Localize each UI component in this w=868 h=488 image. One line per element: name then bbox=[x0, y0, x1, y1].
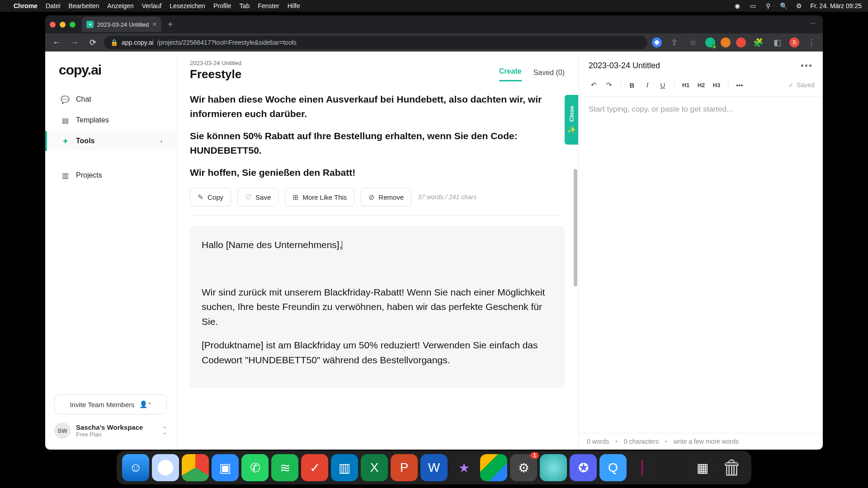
h3-button[interactable]: H3 bbox=[710, 78, 723, 92]
result-paragraph[interactable]: Hallo [Name des Unternehmens], bbox=[202, 238, 553, 253]
italic-button[interactable]: I bbox=[641, 78, 654, 92]
remove-button[interactable]: ⊘Remove bbox=[361, 188, 411, 206]
window-minimize-button[interactable] bbox=[60, 22, 66, 28]
workspace-switcher[interactable]: SW Sascha's Workspace Free Plan ⌃⌄ bbox=[45, 422, 176, 439]
nav-forward-button[interactable]: → bbox=[68, 36, 81, 49]
share-icon[interactable]: ⇪ bbox=[667, 36, 681, 49]
browser-tab-active[interactable]: ✦ 2023-03-24 Untitled × bbox=[82, 17, 161, 32]
sidebar-item-chat[interactable]: 💬 Chat bbox=[45, 89, 176, 109]
sidebar-item-projects[interactable]: ▥ Projects bbox=[45, 165, 176, 185]
menu-verlauf[interactable]: Verlauf bbox=[142, 2, 162, 9]
dock-settings-icon[interactable]: ⚙1 bbox=[510, 454, 537, 481]
separator-dot: • bbox=[665, 438, 667, 445]
menu-datei[interactable]: Datei bbox=[46, 2, 61, 9]
address-bar[interactable]: 🔒 app.copy.ai/projects/22566417?tool=Fre… bbox=[104, 36, 647, 49]
tab-create[interactable]: Create bbox=[499, 67, 522, 81]
window-maximize-button[interactable] bbox=[70, 22, 75, 28]
sidebar-item-templates[interactable]: ▤ Templates bbox=[45, 110, 176, 130]
results-scroll[interactable]: Wir haben diese Woche einen Ausverkauf b… bbox=[176, 81, 578, 450]
dock-word-icon[interactable]: W bbox=[420, 454, 448, 481]
save-button[interactable]: ♡Save bbox=[237, 188, 278, 206]
tab-saved[interactable]: Saved (0) bbox=[533, 69, 565, 81]
dock-safari-icon[interactable]: ✧ bbox=[152, 454, 179, 481]
sidebar-item-label: Chat bbox=[76, 95, 91, 103]
menu-profile[interactable]: Profile bbox=[213, 2, 231, 9]
spotlight-icon[interactable]: 🔍 bbox=[779, 2, 788, 10]
result-paragraph[interactable] bbox=[202, 261, 553, 276]
app-logo[interactable]: copy.ai bbox=[45, 62, 176, 88]
dock-discord-icon[interactable]: ✪ bbox=[570, 454, 597, 481]
dock-voicememos-icon[interactable]: │ bbox=[629, 454, 656, 481]
menu-fenster[interactable]: Fenster bbox=[258, 2, 279, 9]
dock-todoist-icon[interactable]: ✓ bbox=[301, 454, 328, 481]
more-format-button[interactable]: ••• bbox=[733, 78, 746, 92]
extensions-puzzle-icon[interactable]: 🧩 bbox=[751, 36, 765, 49]
chrome-menu-icon[interactable]: ⋮ bbox=[805, 36, 818, 49]
extension-green-icon[interactable] bbox=[705, 38, 715, 47]
result-paragraph[interactable]: Wir haben diese Woche einen Ausverkauf b… bbox=[190, 92, 565, 121]
dock-app-blank-icon[interactable] bbox=[659, 454, 686, 481]
dock-chrome-icon[interactable] bbox=[182, 454, 209, 481]
dock-missioncontrol-icon[interactable]: ▦ bbox=[689, 454, 716, 481]
dock-imovie-icon[interactable]: ★ bbox=[450, 454, 477, 481]
battery-icon[interactable]: ▭ bbox=[749, 2, 757, 10]
dock-app-teal-icon[interactable] bbox=[540, 454, 567, 481]
copy-button[interactable]: ✎Copy bbox=[190, 188, 231, 206]
menu-anzeigen[interactable]: Anzeigen bbox=[107, 2, 133, 9]
menu-bearbeiten[interactable]: Bearbeiten bbox=[69, 2, 99, 9]
result-card-editing[interactable]: Hallo [Name des Unternehmens], Wir sind … bbox=[190, 226, 565, 389]
dock-spotify-icon[interactable]: ≋ bbox=[271, 454, 298, 481]
control-center-icon[interactable]: ⚙ bbox=[795, 2, 803, 10]
google-translate-icon[interactable] bbox=[652, 38, 662, 47]
underline-button[interactable]: U bbox=[656, 78, 670, 92]
dock-trello-icon[interactable]: ▥ bbox=[331, 454, 358, 481]
scrollbar-thumb[interactable] bbox=[574, 169, 577, 286]
dock-quicktime-icon[interactable]: Q bbox=[599, 454, 627, 481]
redo-button[interactable]: ↷ bbox=[602, 78, 616, 92]
menu-lesezeichen[interactable]: Lesezeichen bbox=[170, 2, 205, 9]
chrome-profile-avatar[interactable]: S bbox=[789, 38, 799, 47]
result-paragraph[interactable]: Sie können 50% Rabatt auf Ihre Bestellun… bbox=[190, 129, 565, 157]
extension-orange-icon[interactable] bbox=[721, 38, 731, 47]
dock-googledrive-icon[interactable] bbox=[480, 454, 507, 481]
dock-zoom-icon[interactable]: ▣ bbox=[212, 454, 239, 481]
sidepanel-icon[interactable]: ◧ bbox=[770, 36, 784, 49]
center-header: 2023-03-24 Untitled Freestyle Create Sav… bbox=[176, 52, 578, 81]
menu-tab[interactable]: Tab bbox=[240, 2, 250, 9]
nav-back-button[interactable]: ← bbox=[50, 36, 63, 49]
new-tab-button[interactable]: + bbox=[164, 18, 177, 31]
breadcrumb[interactable]: 2023-03-24 Untitled bbox=[190, 60, 241, 66]
h1-button[interactable]: H1 bbox=[679, 78, 693, 92]
editor-textarea[interactable]: Start typing, copy, or paste to get star… bbox=[579, 97, 823, 433]
dock-whatsapp-icon[interactable]: ✆ bbox=[241, 454, 269, 481]
window-close-button[interactable] bbox=[50, 22, 56, 28]
menu-hilfe[interactable]: Hilfe bbox=[288, 2, 300, 9]
bookmark-star-icon[interactable]: ☆ bbox=[686, 36, 700, 49]
menubar-clock[interactable]: Fr. 24. März 09:25 bbox=[810, 2, 862, 9]
result-paragraph[interactable]: Wir hoffen, Sie genießen den Rabatt! bbox=[190, 165, 565, 180]
h2-button[interactable]: H2 bbox=[694, 78, 708, 92]
invite-team-button[interactable]: Invite Team Members 👤⁺ bbox=[54, 394, 167, 414]
more-like-this-button[interactable]: ⊞More Like This bbox=[285, 188, 354, 206]
dock-trash-icon[interactable]: 🗑 bbox=[719, 454, 746, 481]
sidebar-item-tools[interactable]: ✦ Tools › bbox=[45, 131, 176, 151]
tab-close-icon[interactable]: × bbox=[152, 20, 156, 28]
extension-red-icon[interactable] bbox=[736, 38, 746, 47]
result-paragraph[interactable]: [Produktname] ist am Blackfriday um 50% … bbox=[202, 338, 553, 367]
menubar-app-name[interactable]: Chrome bbox=[14, 2, 38, 9]
dock-excel-icon[interactable]: X bbox=[361, 454, 388, 481]
result-paragraph[interactable]: Wir sind zurück mit unserem Blackfriday-… bbox=[202, 285, 553, 329]
wifi-icon[interactable]: ⚲ bbox=[764, 2, 772, 10]
word-count: 37 words / 241 chars bbox=[418, 193, 476, 201]
undo-button[interactable]: ↶ bbox=[587, 78, 600, 92]
bold-button[interactable]: B bbox=[625, 78, 639, 92]
dock-powerpoint-icon[interactable]: P bbox=[391, 454, 418, 481]
saved-check-icon: ✓ bbox=[788, 81, 794, 89]
close-sidebar-tab[interactable]: Close ✨ bbox=[565, 95, 578, 145]
tab-overflow-icon[interactable]: ﹀ bbox=[810, 20, 816, 28]
document-menu-icon[interactable]: ••• bbox=[801, 61, 813, 71]
nav-reload-button[interactable]: ⟳ bbox=[86, 36, 99, 49]
dock-finder-icon[interactable]: ☺ bbox=[122, 454, 149, 481]
document-title[interactable]: 2023-03-24 Untitled bbox=[589, 61, 660, 70]
screenrecord-icon[interactable]: ◉ bbox=[733, 2, 741, 10]
